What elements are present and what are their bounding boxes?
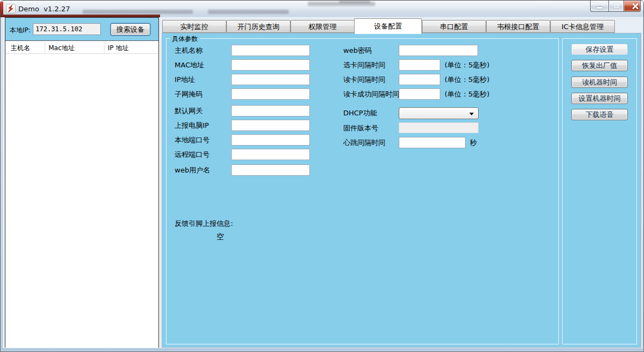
remote-port-label: 远程端口号 bbox=[175, 149, 210, 160]
tab-control: 实时监控 开门历史查询 权限管理 串口配置 韦根接口配置 IC卡信息管理 设备配… bbox=[162, 18, 641, 348]
maximize-icon bbox=[614, 4, 619, 8]
feedback-pin-value: 空 bbox=[217, 232, 224, 242]
card-read-interval-label: 读卡间隔时间 bbox=[343, 74, 385, 85]
device-list-header: 主机名 Mac地址 IP 地址 bbox=[5, 41, 158, 54]
download-voice-button[interactable]: 下载语音 bbox=[571, 109, 628, 120]
tab-wiegand-config[interactable]: 韦根接口配置 bbox=[486, 20, 550, 33]
red-accent-sliver bbox=[1, 2, 3, 15]
column-divider bbox=[45, 42, 45, 53]
tab-permission-management[interactable]: 权限管理 bbox=[290, 20, 355, 33]
dhcp-select[interactable] bbox=[399, 107, 479, 119]
tab-ic-card-info[interactable]: IC卡信息管理 bbox=[550, 20, 615, 33]
heartbeat-interval-label: 心跳间隔时间 bbox=[343, 137, 385, 148]
web-username-label: web用户名 bbox=[175, 164, 210, 176]
feedback-pin-label: 反馈引脚上报信息: bbox=[175, 219, 233, 229]
card-select-interval-input[interactable] bbox=[399, 59, 440, 71]
app-window: Demo v1.2.27 本地IP: 搜索设备 主机名 Mac地址 bbox=[0, 0, 644, 352]
web-password-input[interactable] bbox=[399, 45, 478, 56]
dhcp-label: DHCP功能 bbox=[343, 107, 377, 119]
card-read-success-interval-label: 读卡成功间隔时间 bbox=[343, 88, 399, 100]
read-machine-time-button[interactable]: 读机器时间 bbox=[571, 77, 628, 88]
minimize-icon bbox=[597, 7, 603, 9]
card-read-success-interval-unit: (单位：5毫秒) bbox=[445, 88, 489, 100]
ghost-text bbox=[82, 10, 193, 14]
column-hostname[interactable]: 主机名 bbox=[11, 44, 30, 53]
close-button[interactable] bbox=[624, 1, 641, 12]
column-mac[interactable]: Mac地址 bbox=[49, 44, 74, 53]
column-divider bbox=[104, 42, 105, 53]
device-config-pane: 具体参数 主机名称 MAC地址 IP地址 子网掩码 bbox=[162, 33, 641, 348]
factory-reset-button[interactable]: 恢复出厂值 bbox=[571, 60, 628, 71]
chevron-down-icon bbox=[469, 113, 474, 115]
close-icon bbox=[632, 3, 639, 9]
card-select-interval-label: 选卡间隔时间 bbox=[343, 59, 385, 71]
local-ip-label: 本地IP: bbox=[10, 26, 31, 35]
tab-serial-config[interactable]: 串口配置 bbox=[422, 20, 486, 33]
device-search-panel: 本地IP: 搜索设备 主机名 Mac地址 IP 地址 bbox=[5, 17, 159, 348]
ghost-text bbox=[208, 10, 289, 14]
web-username-input[interactable] bbox=[231, 164, 310, 176]
firmware-version-label: 固件版本号 bbox=[343, 122, 378, 134]
tab-open-door-history[interactable]: 开门历史查询 bbox=[226, 20, 290, 33]
tab-device-config[interactable]: 设备配置 bbox=[354, 18, 422, 34]
device-list[interactable]: 主机名 Mac地址 IP 地址 bbox=[5, 40, 158, 347]
web-password-label: web密码 bbox=[343, 45, 372, 56]
device-list-body[interactable] bbox=[5, 54, 158, 348]
card-read-interval-input[interactable] bbox=[399, 74, 440, 85]
groupbox-title: 具体参数 bbox=[170, 34, 200, 44]
set-machine-time-button[interactable]: 设置机器时间 bbox=[571, 93, 628, 104]
remote-port-input[interactable] bbox=[231, 149, 310, 160]
maximize-button bbox=[608, 1, 624, 12]
save-settings-button[interactable]: 保存设置 bbox=[571, 44, 628, 55]
column-ip[interactable]: IP 地址 bbox=[108, 44, 129, 53]
minimize-button[interactable] bbox=[590, 1, 608, 12]
card-read-success-interval-input[interactable] bbox=[399, 88, 440, 100]
heartbeat-interval-input[interactable] bbox=[399, 137, 466, 148]
lightning-icon bbox=[6, 4, 16, 13]
tab-realtime-monitor[interactable]: 实时监控 bbox=[162, 20, 226, 33]
local-ip-input[interactable] bbox=[33, 23, 101, 35]
firmware-version-field bbox=[399, 122, 479, 133]
search-device-button[interactable]: 搜索设备 bbox=[110, 23, 150, 36]
card-read-interval-unit: (单位：5毫秒) bbox=[445, 74, 489, 85]
heartbeat-unit: 秒 bbox=[470, 137, 477, 148]
client-area: 本地IP: 搜索设备 主机名 Mac地址 IP 地址 实时监控 开门历史查询 权… bbox=[3, 17, 642, 348]
card-select-interval-unit: (单位：5毫秒) bbox=[445, 59, 489, 71]
ghost-text bbox=[339, 1, 370, 3]
window-title: Demo v1.2.27 bbox=[18, 5, 70, 13]
